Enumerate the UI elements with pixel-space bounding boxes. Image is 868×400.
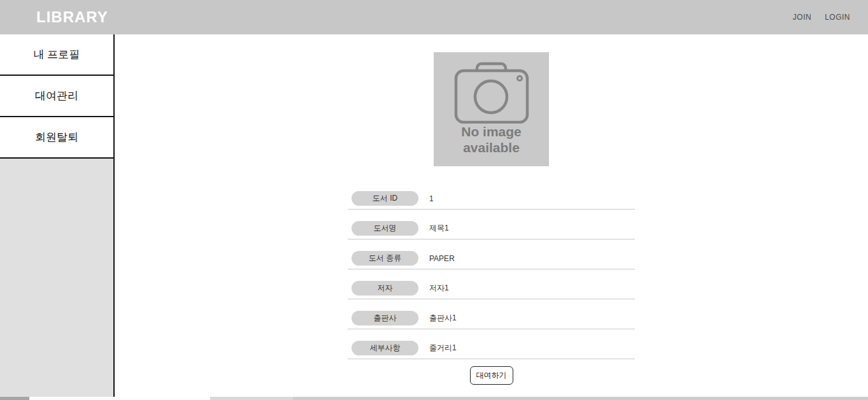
- camera-icon: [441, 60, 541, 124]
- bottom-scrollbar[interactable]: [0, 397, 868, 400]
- field-label-pill: 도서명: [352, 221, 418, 236]
- book-cover-placeholder: No image available: [434, 52, 549, 166]
- field-label-pill: 저자: [352, 281, 418, 296]
- rent-button[interactable]: 대여하기: [470, 366, 513, 385]
- brand-logo[interactable]: LIBRARY: [36, 8, 108, 26]
- sidebar-item-profile[interactable]: 내 프로필: [0, 34, 113, 76]
- header-nav: JOIN LOGIN: [793, 13, 850, 22]
- field-label-pill: 도서 ID: [352, 191, 418, 206]
- scrollbar-segment: [293, 397, 868, 400]
- sidebar-item-label: 대여관리: [35, 89, 78, 103]
- no-image-text: No image available: [461, 124, 522, 155]
- field-label-pill: 도서 종류: [352, 251, 418, 266]
- login-link[interactable]: LOGIN: [825, 13, 850, 22]
- sidebar: 내 프로필 대여관리 회원탈퇴: [0, 34, 115, 397]
- app-header: LIBRARY JOIN LOGIN: [0, 0, 868, 34]
- join-link[interactable]: JOIN: [793, 13, 811, 22]
- sidebar-item-label: 회원탈퇴: [35, 130, 78, 145]
- field-value: PAPER: [429, 254, 455, 263]
- field-value: 제목1: [429, 223, 449, 234]
- rent-button-wrap: 대여하기: [348, 366, 635, 385]
- field-row-details: 세부사항 줄거리1: [348, 329, 635, 359]
- field-value: 출판사1: [429, 313, 457, 324]
- sidebar-item-rentals[interactable]: 대여관리: [0, 76, 113, 117]
- sidebar-filler: [0, 159, 113, 397]
- book-detail-fields: 도서 ID 1 도서명 제목1 도서 종류 PAPER 저자 저자1 출판사: [348, 180, 635, 359]
- book-detail-panel: No image available 도서 ID 1 도서명 제목1 도서 종류…: [348, 52, 635, 385]
- page-body: 내 프로필 대여관리 회원탈퇴 No image available: [0, 34, 868, 397]
- field-row-type: 도서 종류 PAPER: [348, 239, 635, 269]
- field-label-pill: 세부사항: [352, 341, 418, 355]
- field-row-title: 도서명 제목1: [348, 210, 635, 239]
- scrollbar-segment: [210, 397, 293, 400]
- field-value: 1: [429, 194, 434, 203]
- main-content: No image available 도서 ID 1 도서명 제목1 도서 종류…: [115, 34, 868, 397]
- scrollbar-segment: [29, 397, 210, 400]
- field-row-id: 도서 ID 1: [348, 180, 635, 210]
- field-value: 줄거리1: [429, 343, 457, 354]
- sidebar-item-label: 내 프로필: [34, 47, 80, 62]
- field-label-pill: 출판사: [352, 311, 418, 325]
- field-value: 저자1: [429, 283, 449, 294]
- sidebar-item-withdraw[interactable]: 회원탈퇴: [0, 117, 113, 159]
- scrollbar-segment: [0, 397, 29, 400]
- field-row-author: 저자 저자1: [348, 269, 635, 299]
- field-row-publisher: 출판사 출판사1: [348, 299, 635, 329]
